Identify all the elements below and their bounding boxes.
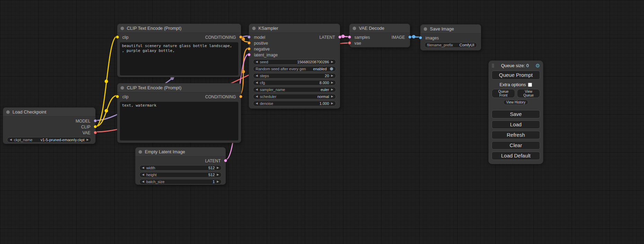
- input-slot-negative[interactable]: [247, 47, 251, 51]
- positive-prompt-textarea[interactable]: beautiful scenery nature glass bottle la…: [120, 42, 238, 75]
- decrement-arrow-icon[interactable]: ◀: [10, 138, 12, 141]
- view-queue-button[interactable]: View Queue: [517, 89, 540, 98]
- decrement-arrow-icon[interactable]: ◀: [256, 61, 258, 63]
- extra-options-checkbox[interactable]: [528, 83, 532, 87]
- widget-steps[interactable]: ◀ steps 20 ▶: [253, 73, 336, 79]
- output-slot-image[interactable]: [408, 35, 412, 39]
- increment-arrow-icon[interactable]: ▶: [331, 74, 333, 77]
- view-history-button[interactable]: View History: [503, 100, 528, 105]
- decrement-arrow-icon[interactable]: ◀: [256, 81, 258, 84]
- input-slot-latent-image[interactable]: [247, 53, 251, 56]
- decrement-arrow-icon[interactable]: ◀: [256, 88, 258, 91]
- increment-arrow-icon[interactable]: ▶: [217, 173, 219, 176]
- output-label: CONDITIONING: [205, 35, 236, 40]
- output-slot-model[interactable]: [94, 119, 97, 123]
- load-default-button[interactable]: Load Default: [492, 152, 540, 160]
- increment-arrow-icon[interactable]: ▶: [331, 88, 333, 91]
- increment-arrow-icon[interactable]: ▶: [217, 166, 219, 169]
- node-save-image[interactable]: Save Image images filename_prefix ComfyU…: [420, 24, 481, 51]
- widget-scheduler[interactable]: ◀ scheduler normal ▶: [253, 94, 336, 99]
- collapse-dot-icon[interactable]: [6, 110, 10, 114]
- output-label: LATENT: [319, 35, 335, 40]
- collapse-dot-icon[interactable]: [252, 27, 256, 30]
- queue-size-label: Queue size: 0: [501, 63, 529, 68]
- output-slot-clip[interactable]: [94, 125, 97, 128]
- node-clip-text-encode-negative[interactable]: CLIP Text Encode (Prompt) clip CONDITION…: [117, 83, 241, 143]
- node-load-checkpoint[interactable]: Load Checkpoint MODEL CLIP VAE ◀ ckpt_na…: [3, 107, 96, 144]
- widget-height[interactable]: ◀ height 512 ▶: [139, 172, 222, 178]
- decrement-arrow-icon[interactable]: ◀: [256, 102, 258, 105]
- clear-button[interactable]: Clear: [492, 141, 540, 150]
- widget-cfg[interactable]: ◀ cfg 8.000 ▶: [253, 80, 336, 85]
- input-slot-samples[interactable]: [348, 35, 351, 39]
- node-title-bar[interactable]: Save Image: [421, 25, 481, 34]
- collapse-dot-icon[interactable]: [353, 27, 356, 30]
- wire-clip-to-negative: [96, 96, 117, 126]
- widget-label: filename_prefix: [427, 43, 453, 47]
- widget-label: width: [146, 166, 155, 170]
- output-label: MODEL: [76, 119, 90, 124]
- increment-arrow-icon[interactable]: ▶: [87, 138, 89, 141]
- save-button[interactable]: Save: [492, 110, 540, 118]
- increment-arrow-icon[interactable]: ▶: [331, 61, 333, 63]
- decrement-arrow-icon[interactable]: ◀: [256, 74, 258, 77]
- queue-prompt-button[interactable]: Queue Prompt: [492, 71, 540, 80]
- widget-width[interactable]: ◀ width 512 ▶: [139, 165, 222, 171]
- refresh-button[interactable]: Refresh: [492, 131, 540, 139]
- node-empty-latent-image[interactable]: Empty Latent Image LATENT ◀ width 512 ▶ …: [135, 147, 226, 185]
- widget-denoise[interactable]: ◀ denoise 1.000 ▶: [253, 101, 336, 106]
- widget-value: 512: [208, 166, 214, 170]
- collapse-dot-icon[interactable]: [424, 27, 427, 31]
- settings-gear-icon[interactable]: ⚙: [536, 63, 540, 68]
- node-title-bar[interactable]: KSampler: [249, 24, 340, 33]
- decrement-arrow-icon[interactable]: ◀: [142, 173, 144, 176]
- node-title: Save Image: [430, 26, 454, 31]
- node-title: KSampler: [258, 26, 278, 31]
- decrement-arrow-icon[interactable]: ◀: [142, 180, 144, 183]
- node-title-bar[interactable]: VAE Decode: [350, 24, 410, 33]
- node-vae-decode[interactable]: VAE Decode samples IMAGE vae: [349, 24, 410, 47]
- output-slot-conditioning[interactable]: [239, 95, 242, 98]
- input-slot-positive[interactable]: [247, 41, 251, 45]
- widget-ckpt-name[interactable]: ◀ ckpt_name v1-5-pruned-emaonly.ckpt ▶: [7, 137, 91, 143]
- widget-batch-size[interactable]: ◀ batch_size 1 ▶: [139, 179, 222, 184]
- node-title: Empty Latent Image: [145, 149, 185, 154]
- widget-sampler-name[interactable]: ◀ sampler_name euler ▶: [253, 87, 336, 92]
- input-label: model: [254, 35, 265, 40]
- increment-arrow-icon[interactable]: ▶: [331, 81, 333, 84]
- decrement-arrow-icon[interactable]: ◀: [256, 95, 258, 98]
- collapse-dot-icon[interactable]: [139, 150, 142, 154]
- widget-label: cfg: [260, 81, 265, 85]
- input-slot-clip[interactable]: [116, 35, 119, 39]
- drag-handle-icon[interactable]: ⣿: [492, 64, 494, 67]
- node-title-bar[interactable]: Empty Latent Image: [135, 147, 226, 156]
- decrement-arrow-icon[interactable]: ◀: [142, 166, 144, 169]
- node-title-bar[interactable]: CLIP Text Encode (Prompt): [117, 24, 241, 33]
- increment-arrow-icon[interactable]: ▶: [331, 95, 333, 98]
- increment-arrow-icon[interactable]: ▶: [331, 102, 333, 105]
- node-title: VAE Decode: [359, 26, 384, 31]
- input-slot-model[interactable]: [247, 35, 251, 39]
- input-slot-clip[interactable]: [116, 95, 119, 98]
- node-ksampler[interactable]: KSampler model LATENT positive negative …: [249, 24, 340, 109]
- increment-arrow-icon[interactable]: ▶: [217, 180, 219, 183]
- node-title-bar[interactable]: Load Checkpoint: [3, 108, 95, 117]
- widget-random-seed-toggle[interactable]: Random seed after every gen enabled: [253, 66, 336, 72]
- output-slot-latent[interactable]: [224, 159, 227, 162]
- input-slot-images[interactable]: [419, 36, 422, 39]
- output-slot-vae[interactable]: [94, 131, 97, 134]
- collapse-dot-icon[interactable]: [121, 86, 124, 90]
- input-slot-vae[interactable]: [348, 41, 351, 45]
- load-button[interactable]: Load: [492, 120, 540, 129]
- node-graph-canvas[interactable]: Load Checkpoint MODEL CLIP VAE ◀ ckpt_na…: [0, 0, 644, 244]
- node-clip-text-encode-positive[interactable]: CLIP Text Encode (Prompt) clip CONDITION…: [117, 24, 241, 77]
- widget-filename-prefix[interactable]: filename_prefix ComfyUI: [424, 42, 477, 48]
- widget-seed[interactable]: ◀ seed 156680208700286 ▶: [253, 59, 336, 65]
- collapse-dot-icon[interactable]: [121, 27, 124, 30]
- queue-front-button[interactable]: Queue Front: [492, 89, 515, 98]
- toggle-dot-icon[interactable]: [330, 67, 333, 71]
- output-slot-latent[interactable]: [338, 35, 342, 39]
- negative-prompt-textarea[interactable]: text, watermark: [120, 102, 238, 141]
- node-title-bar[interactable]: CLIP Text Encode (Prompt): [117, 83, 241, 92]
- output-slot-conditioning[interactable]: [239, 35, 242, 39]
